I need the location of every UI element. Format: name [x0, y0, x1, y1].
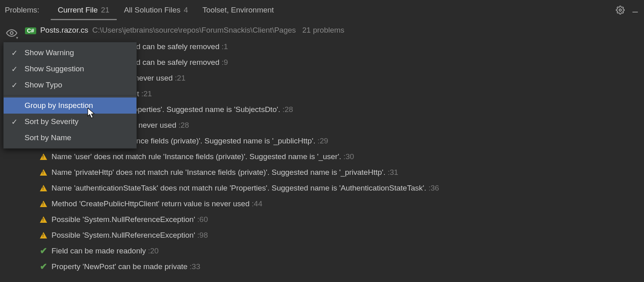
menu-separator — [4, 95, 136, 95]
menu-item-label: Sort by Name — [25, 133, 71, 142]
minimize-icon[interactable] — [631, 6, 639, 14]
problem-row[interactable]: ✔Property 'NewPost' can be made private … — [39, 259, 644, 274]
problem-location: :31 — [386, 168, 398, 176]
tab-label: Current File — [58, 6, 98, 15]
check-icon: ✓ — [9, 64, 20, 74]
problem-message: Property 'NewPost' can be made private — [52, 262, 188, 271]
problem-location: :98 — [195, 231, 208, 239]
check-icon: ✓ — [9, 81, 20, 90]
menu-item[interactable]: Sort by Name — [4, 130, 136, 146]
problem-count: 21 problems — [302, 26, 345, 35]
gear-icon[interactable] — [616, 6, 625, 15]
problem-location: :21 — [173, 74, 186, 82]
problem-location: :28 — [176, 121, 189, 129]
warning-icon — [39, 184, 47, 192]
chevron-down-icon: ▾ — [16, 35, 18, 40]
file-path: C:\Users\jetbrains\source\repos\ForumSna… — [92, 26, 296, 35]
menu-item-label: Show Suggestion — [25, 64, 84, 73]
problem-location: :44 — [250, 199, 262, 208]
warning-icon — [39, 168, 47, 176]
problem-row[interactable]: Name 'authenticationStateTask' does not … — [39, 180, 644, 196]
warning-icon — [39, 216, 47, 224]
problem-row[interactable]: Possible 'System.NullReferenceException'… — [39, 212, 644, 227]
problem-location: :9 — [219, 58, 228, 66]
warning-icon — [39, 231, 47, 239]
problem-message: Name 'user' does not match rule 'Instanc… — [52, 152, 341, 161]
problem-message: Possible 'System.NullReferenceException' — [52, 215, 195, 224]
problem-location: :29 — [316, 137, 328, 145]
tab-toolset-environment[interactable]: Toolset, Environment — [195, 0, 281, 20]
menu-item[interactable]: ✓Show Typo — [4, 77, 136, 93]
menu-item-label: Group by Inspection — [25, 101, 93, 110]
problem-location: :60 — [195, 215, 208, 224]
menu-item[interactable]: ✓Sort by Severity — [4, 114, 136, 130]
tab-label: All Solution Files — [124, 6, 180, 15]
problem-location: :1 — [219, 42, 228, 51]
problem-location: :33 — [188, 262, 200, 271]
problem-message: Field can be made readonly — [52, 247, 146, 255]
problem-location: :21 — [139, 89, 152, 98]
file-name: Posts.razor.cs — [40, 26, 88, 35]
check-icon: ✓ — [9, 48, 20, 58]
menu-item-label: Show Typo — [25, 81, 62, 89]
menu-item[interactable]: Group by Inspection — [4, 97, 136, 114]
problem-location: :20 — [146, 247, 159, 255]
problem-message: Name 'authenticationStateTask' does not … — [52, 184, 426, 192]
problem-message: Name 'privateHttp' does not match rule '… — [52, 168, 386, 176]
menu-item-label: Sort by Severity — [25, 117, 78, 126]
view-options-button[interactable]: ▾ — [6, 29, 17, 39]
tab-label: Toolset, Environment — [202, 6, 274, 15]
tab-all-solution-files[interactable]: All Solution Files 4 — [117, 0, 195, 20]
csharp-badge-icon: C# — [25, 27, 36, 34]
problem-location: :30 — [341, 152, 354, 161]
problem-location: :36 — [426, 184, 439, 192]
warning-icon — [39, 153, 47, 161]
check-icon: ✔ — [39, 263, 47, 271]
check-icon: ✓ — [9, 117, 20, 126]
problem-row[interactable]: ✔Field can be made readonly :20 — [39, 243, 644, 259]
menu-item-label: Show Warning — [25, 48, 74, 57]
menu-item[interactable]: ✓Show Suggestion — [4, 61, 136, 77]
problems-toolbar: Problems: Current File 21 All Solution F… — [0, 0, 644, 20]
problem-row[interactable]: Name 'privateHttp' does not match rule '… — [39, 164, 644, 180]
problem-message: Method 'CreatePublicHttpClient' return v… — [52, 199, 250, 208]
problem-location: :28 — [280, 105, 293, 114]
tab-count: 4 — [184, 6, 188, 15]
warning-icon — [39, 200, 47, 208]
menu-item[interactable]: ✓Show Warning — [4, 45, 136, 61]
check-icon: ✔ — [39, 247, 47, 255]
view-options-menu: ✓Show Warning✓Show Suggestion✓Show Typo … — [3, 42, 137, 149]
toolbar-label: Problems: — [5, 6, 39, 15]
svg-point-0 — [619, 9, 621, 11]
problem-row[interactable]: Possible 'System.NullReferenceException'… — [39, 227, 644, 243]
svg-point-2 — [10, 32, 13, 35]
problem-message: Possible 'System.NullReferenceException' — [52, 231, 195, 239]
tab-current-file[interactable]: Current File 21 — [51, 0, 117, 20]
file-header: C# Posts.razor.cs C:\Users\jetbrains\sou… — [23, 26, 644, 35]
problem-row[interactable]: Method 'CreatePublicHttpClient' return v… — [39, 196, 644, 212]
problem-row[interactable]: Name 'user' does not match rule 'Instanc… — [39, 149, 644, 164]
tab-count: 21 — [101, 6, 109, 15]
